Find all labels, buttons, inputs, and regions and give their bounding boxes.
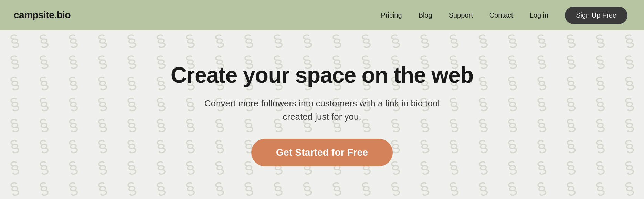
bg-symbol: § xyxy=(115,48,149,76)
bg-symbol: § xyxy=(0,30,32,55)
bg-symbol: § xyxy=(612,154,644,181)
bg-symbol: § xyxy=(378,175,412,199)
bg-symbol: § xyxy=(408,30,441,55)
bg-symbol: § xyxy=(525,48,558,76)
bg-symbol: § xyxy=(27,175,61,199)
bg-symbol: § xyxy=(495,175,529,199)
cta-button[interactable]: Get Started for Free xyxy=(251,139,393,166)
bg-symbol: § xyxy=(27,132,61,160)
bg-symbol: § xyxy=(583,132,617,160)
bg-symbol: § xyxy=(495,111,529,139)
bg-symbol: § xyxy=(612,48,644,76)
bg-symbol: § xyxy=(583,111,617,139)
nav-link-pricing[interactable]: Pricing xyxy=(381,11,402,19)
hero-title: Create your space on the web xyxy=(171,63,473,87)
bg-symbol: § xyxy=(583,154,617,181)
bg-symbol: § xyxy=(525,111,558,139)
bg-symbol: § xyxy=(612,69,644,97)
bg-symbol: § xyxy=(56,154,90,181)
bg-symbol: § xyxy=(173,175,207,199)
bg-symbol: § xyxy=(86,111,119,139)
bg-symbol: § xyxy=(554,132,588,160)
nav-link-support[interactable]: Support xyxy=(449,11,473,19)
bg-symbol: § xyxy=(583,48,617,76)
bg-symbol: § xyxy=(56,48,90,76)
bg-symbol: § xyxy=(554,175,588,199)
bg-symbol: § xyxy=(495,30,529,55)
bg-symbol: § xyxy=(232,175,266,199)
bg-symbol: § xyxy=(261,30,295,55)
bg-symbol: § xyxy=(0,132,32,160)
bg-symbol: § xyxy=(554,48,588,76)
bg-symbol: § xyxy=(115,30,149,55)
hero-section: §§§§§§§§§§§§§§§§§§§§§§§§§§§§§§§§§§§§§§§§… xyxy=(0,30,644,199)
bg-symbol: § xyxy=(115,111,149,139)
bg-symbol: § xyxy=(0,154,32,181)
hero-content: Create your space on the web Convert mor… xyxy=(171,63,473,166)
bg-symbol: § xyxy=(86,154,119,181)
navbar: campsite.bio Pricing Blog Support Contac… xyxy=(0,0,644,30)
bg-symbol: § xyxy=(437,175,471,199)
nav-link-contact[interactable]: Contact xyxy=(489,11,513,19)
bg-symbol: § xyxy=(320,30,353,55)
bg-symbol: § xyxy=(144,30,178,55)
bg-symbol: § xyxy=(86,48,119,76)
bg-symbol: § xyxy=(56,69,90,97)
bg-symbol: § xyxy=(115,69,149,97)
bg-symbol: § xyxy=(466,175,500,199)
bg-symbol: § xyxy=(554,90,588,118)
nav-link-login[interactable]: Log in xyxy=(530,11,549,19)
bg-symbol: § xyxy=(203,175,236,199)
bg-symbol: § xyxy=(320,175,353,199)
bg-symbol: § xyxy=(466,30,500,55)
bg-symbol: § xyxy=(27,90,61,118)
bg-symbol: § xyxy=(525,69,558,97)
hero-subtitle: Convert more followers into customers wi… xyxy=(202,97,443,124)
bg-symbol: § xyxy=(554,69,588,97)
bg-symbol: § xyxy=(612,30,644,55)
bg-symbol: § xyxy=(495,69,529,97)
bg-symbol: § xyxy=(612,175,644,199)
signup-button[interactable]: Sign Up Free xyxy=(565,7,627,24)
bg-symbol: § xyxy=(86,30,119,55)
bg-symbol: § xyxy=(437,30,471,55)
bg-symbol: § xyxy=(378,30,412,55)
bg-symbol: § xyxy=(173,30,207,55)
bg-symbol: § xyxy=(86,90,119,118)
nav-link-blog[interactable]: Blog xyxy=(419,11,432,19)
bg-symbol: § xyxy=(56,111,90,139)
bg-symbol: § xyxy=(27,154,61,181)
logo-text: campsite.bio xyxy=(14,10,71,20)
bg-symbol: § xyxy=(261,175,295,199)
bg-symbol: § xyxy=(232,30,266,55)
bg-symbol: § xyxy=(144,175,178,199)
bg-symbol: § xyxy=(525,132,558,160)
bg-symbol: § xyxy=(56,30,90,55)
bg-symbol: § xyxy=(495,90,529,118)
bg-symbol: § xyxy=(495,154,529,181)
nav-links: Pricing Blog Support Contact Log in Sign… xyxy=(381,7,627,24)
bg-symbol: § xyxy=(554,30,588,55)
bg-symbol: § xyxy=(86,69,119,97)
bg-symbol: § xyxy=(525,90,558,118)
bg-symbol: § xyxy=(525,175,558,199)
bg-symbol: § xyxy=(86,132,119,160)
bg-symbol: § xyxy=(115,90,149,118)
bg-symbol: § xyxy=(56,132,90,160)
bg-symbol: § xyxy=(115,154,149,181)
bg-symbol: § xyxy=(554,154,588,181)
bg-symbol: § xyxy=(115,132,149,160)
bg-symbol: § xyxy=(612,132,644,160)
bg-symbol: § xyxy=(291,30,324,55)
bg-symbol: § xyxy=(0,175,32,199)
bg-symbol: § xyxy=(583,175,617,199)
bg-symbol: § xyxy=(56,90,90,118)
logo[interactable]: campsite.bio xyxy=(14,10,71,21)
bg-symbol: § xyxy=(203,30,236,55)
bg-symbol: § xyxy=(0,48,32,76)
bg-symbol: § xyxy=(0,90,32,118)
bg-symbol: § xyxy=(495,48,529,76)
bg-symbol: § xyxy=(349,175,383,199)
bg-symbol: § xyxy=(525,154,558,181)
bg-symbol: § xyxy=(27,111,61,139)
